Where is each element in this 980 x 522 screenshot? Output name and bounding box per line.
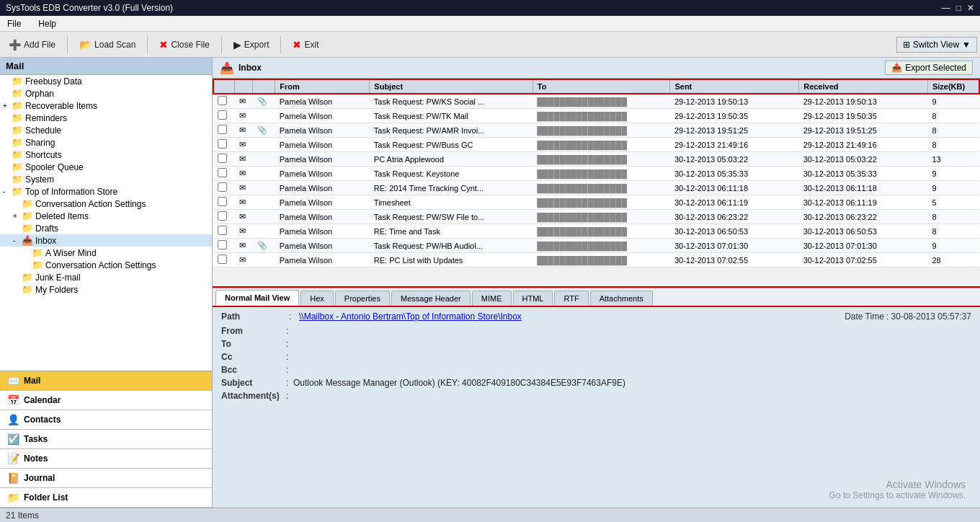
- sidebar-tree-item[interactable]: 📁Shortcuts: [0, 149, 212, 161]
- export-selected-button[interactable]: 📤 Export Selected: [885, 61, 973, 75]
- email-to: ████████████████: [533, 123, 670, 138]
- preview-tab-message-header[interactable]: Message Header: [391, 291, 471, 306]
- nav-item-icon: 👤: [7, 414, 19, 425]
- tree-expand-icon[interactable]: +: [3, 102, 10, 110]
- sidebar-nav-item-contacts[interactable]: 👤Contacts: [0, 410, 212, 430]
- email-checkbox[interactable]: [218, 226, 227, 235]
- tree-expand-icon[interactable]: -: [13, 236, 20, 244]
- table-row[interactable]: ✉Pamela WilsonRE: Time and Task█████████…: [213, 224, 979, 239]
- email-checkbox-cell[interactable]: [213, 253, 235, 267]
- menu-file[interactable]: File: [3, 17, 25, 30]
- email-checkbox-cell[interactable]: [213, 138, 235, 152]
- email-checkbox[interactable]: [218, 211, 227, 221]
- tree-folder-icon: 📁: [12, 186, 23, 197]
- table-row[interactable]: ✉📎Pamela WilsonTask Request: PW/KS Socia…: [213, 94, 979, 109]
- email-checkbox[interactable]: [218, 139, 227, 149]
- email-checkbox-cell[interactable]: [213, 167, 235, 181]
- load-scan-button[interactable]: 📂 Load Scan: [74, 37, 141, 53]
- minimize-button[interactable]: —: [942, 3, 950, 13]
- sidebar-tree-item[interactable]: -📁Top of Information Store: [0, 185, 212, 198]
- table-row[interactable]: ✉Pamela WilsonRE: PC List with Updates██…: [213, 253, 979, 267]
- email-checkbox-cell[interactable]: [213, 152, 235, 167]
- email-checkbox-cell[interactable]: [213, 123, 235, 138]
- sidebar-nav-item-folder-list[interactable]: 📁Folder List: [0, 488, 212, 508]
- sidebar-nav-item-mail[interactable]: ✉️Mail: [0, 371, 212, 391]
- email-subject: Task Request: Keystone: [370, 167, 533, 181]
- sidebar-tree-item[interactable]: 📁Conversation Action Settings: [0, 198, 212, 210]
- email-checkbox[interactable]: [218, 110, 227, 120]
- preview-tab-normal-mail-view[interactable]: Normal Mail View: [215, 290, 299, 306]
- email-size: 9: [927, 94, 979, 109]
- window-controls[interactable]: — □ ✕: [942, 3, 974, 13]
- sidebar-tree-item[interactable]: 📁Schedule: [0, 124, 212, 136]
- tree-folder-icon: 📁: [22, 284, 33, 295]
- email-checkbox[interactable]: [218, 255, 227, 264]
- email-checkbox-cell[interactable]: [213, 195, 235, 210]
- menu-help[interactable]: Help: [34, 17, 61, 30]
- preview-tab-hex[interactable]: Hex: [300, 291, 334, 306]
- email-sent: 30-12-2013 05:03:22: [670, 152, 799, 167]
- table-row[interactable]: ✉Pamela WilsonRE: 2014 Time Tracking Cyn…: [213, 181, 979, 195]
- sidebar-tree-item[interactable]: 📁Freebusy Data: [0, 75, 212, 87]
- table-row[interactable]: ✉📎Pamela WilsonTask Request: PW/HB Audio…: [213, 239, 979, 253]
- table-row[interactable]: ✉Pamela WilsonTask Request: PW/TK Mail██…: [213, 109, 979, 123]
- export-button[interactable]: ▶ Export: [228, 37, 275, 53]
- sidebar-tree-item[interactable]: 📁Orphan: [0, 87, 212, 99]
- add-file-button[interactable]: ➕ Add File: [3, 37, 61, 53]
- email-checkbox-cell[interactable]: [213, 210, 235, 224]
- preview-from-label: From: [221, 326, 286, 336]
- email-checkbox[interactable]: [218, 168, 227, 177]
- exit-button[interactable]: ✖ Exit: [287, 37, 324, 53]
- email-checkbox[interactable]: [218, 197, 227, 206]
- preview-path-value[interactable]: \\Mailbox - Antonio Bertram\Top of Infor…: [299, 311, 522, 322]
- switch-view-button[interactable]: ⊞ Switch View ▼: [896, 37, 977, 53]
- email-checkbox-cell[interactable]: [213, 224, 235, 239]
- table-row[interactable]: ✉📎Pamela WilsonTask Request: PW/AMR Invo…: [213, 123, 979, 138]
- sidebar-tree-item[interactable]: 📁Junk E-mail: [0, 271, 212, 283]
- sidebar-tree-item[interactable]: +📁Deleted Items: [0, 210, 212, 222]
- preview-tab-html[interactable]: HTML: [513, 291, 553, 306]
- sidebar-tree-item[interactable]: 📁Reminders: [0, 112, 212, 124]
- email-checkbox[interactable]: [218, 154, 227, 163]
- email-checkbox-cell[interactable]: [213, 94, 235, 109]
- email-checkbox-cell[interactable]: [213, 181, 235, 195]
- preview-tab-properties[interactable]: Properties: [335, 291, 390, 306]
- sidebar-tree-item[interactable]: 📁Drafts: [0, 222, 212, 234]
- table-row[interactable]: ✉Pamela WilsonTask Request: PW/Buss GC██…: [213, 138, 979, 152]
- sidebar-tree-item[interactable]: 📁Conversation Action Settings: [0, 259, 212, 271]
- sidebar-tree-item[interactable]: 📁My Folders: [0, 283, 212, 296]
- sidebar-tree-item[interactable]: 📁Sharing: [0, 136, 212, 149]
- sidebar-nav-item-tasks[interactable]: ☑️Tasks: [0, 430, 212, 449]
- sidebar-tree-item[interactable]: 📁System: [0, 173, 212, 185]
- email-sent: 29-12-2013 19:50:35: [670, 109, 799, 123]
- sidebar-nav-item-calendar[interactable]: 📅Calendar: [0, 391, 212, 410]
- close-file-button[interactable]: ✖ Close File: [153, 37, 215, 53]
- maximize-button[interactable]: □: [956, 3, 961, 13]
- table-row[interactable]: ✉Pamela WilsonTask Request: Keystone████…: [213, 167, 979, 181]
- sidebar-tree-item[interactable]: -📥Inbox: [0, 234, 212, 247]
- table-row[interactable]: ✉Pamela WilsonTask Request: PW/SW File t…: [213, 210, 979, 224]
- sidebar-tree-item[interactable]: 📁A Wiser Mind: [0, 247, 212, 259]
- table-row[interactable]: ✉Pamela WilsonPC Atria Applewood████████…: [213, 152, 979, 167]
- preview-tab-attachments[interactable]: Attachments: [590, 291, 653, 306]
- email-checkbox[interactable]: [218, 182, 227, 192]
- email-checkbox-cell[interactable]: [213, 239, 235, 253]
- preview-tab-mime[interactable]: MIME: [472, 291, 512, 306]
- email-attach-icon-cell: [253, 195, 275, 210]
- nav-item-icon: ✉️: [7, 375, 19, 386]
- email-checkbox-cell[interactable]: [213, 109, 235, 123]
- email-checkbox[interactable]: [218, 96, 227, 105]
- sidebar-tree-item[interactable]: 📁Spooler Queue: [0, 161, 212, 173]
- sidebar-tree-item[interactable]: +📁Recoverable Items: [0, 99, 212, 112]
- close-button[interactable]: ✕: [967, 3, 974, 13]
- sidebar-nav-item-notes[interactable]: 📝Notes: [0, 449, 212, 469]
- tree-expand-icon[interactable]: -: [3, 187, 10, 195]
- preview-tab-rtf[interactable]: RTF: [554, 291, 588, 306]
- table-row[interactable]: ✉Pamela WilsonTimesheet████████████████3…: [213, 195, 979, 210]
- main-container: Mail 📁Freebusy Data📁Orphan+📁Recoverable …: [0, 58, 980, 508]
- email-checkbox[interactable]: [218, 125, 227, 134]
- tree-expand-icon[interactable]: +: [13, 212, 20, 220]
- email-subject: Task Request: PW/AMR Invoi...: [370, 123, 533, 138]
- sidebar-nav-item-journal[interactable]: 📔Journal: [0, 469, 212, 488]
- email-checkbox[interactable]: [218, 240, 227, 249]
